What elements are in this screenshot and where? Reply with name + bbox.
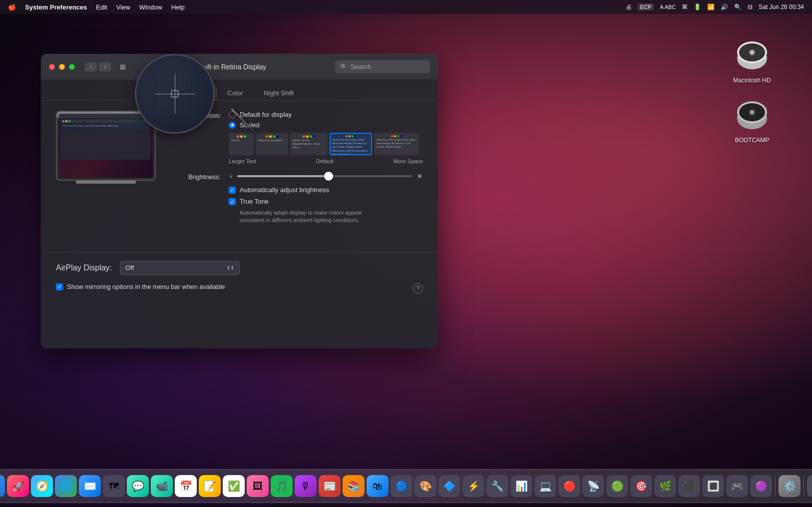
back-button[interactable]: ‹ — [85, 62, 97, 71]
help-button[interactable]: ? — [413, 283, 423, 293]
res-text-2: Here's to troublem — [258, 139, 286, 142]
res-thumb-larger[interactable]: Here's — [229, 133, 254, 155]
menubar-left: 🍎 System Preferences Edit View Window He… — [8, 3, 185, 11]
dock-item-15[interactable]: ⬛ — [678, 475, 700, 497]
dock-divider — [775, 476, 776, 496]
dock-item-messages[interactable]: 💬 — [127, 475, 149, 497]
dock-item-18[interactable]: 🟣 — [750, 475, 772, 497]
dock-item-11[interactable]: 📡 — [582, 475, 604, 497]
resolution-scaled-option[interactable]: Scaled — [229, 121, 423, 129]
tab-night-shift[interactable]: Night Shift — [253, 86, 304, 100]
brightness-slider-container: ☀ ☀ — [229, 172, 423, 180]
search-icon[interactable]: 🔍 — [734, 3, 742, 10]
dock-item-6[interactable]: ⚡ — [462, 475, 484, 497]
dock-item-10[interactable]: 🔴 — [558, 475, 580, 497]
dock-item-13[interactable]: 🎯 — [630, 475, 652, 497]
app-name[interactable]: System Preferences — [25, 3, 87, 11]
airplay-dropdown[interactable]: Off ⬆⬇ — [120, 261, 240, 275]
search-bar[interactable]: 🔍 Search — [335, 60, 430, 73]
res-thumb-2[interactable]: Here's to troublem — [256, 133, 288, 155]
minimize-button[interactable] — [59, 64, 65, 70]
dock-item-3[interactable]: 🔵 — [391, 475, 412, 497]
dock-item-reminders[interactable]: ✅ — [223, 475, 245, 497]
dock-item-music[interactable]: 🎵 — [271, 475, 293, 497]
dock-item-notes[interactable]: 📝 — [199, 475, 221, 497]
dock-item-books[interactable]: 📚 — [343, 475, 365, 497]
dock-item-maps[interactable]: 🗺 — [103, 475, 125, 497]
dock-item-17[interactable]: 🎮 — [726, 475, 748, 497]
dot2-2 — [269, 135, 272, 138]
dock-item-calendar[interactable]: 📅 — [175, 475, 197, 497]
macbook-foot — [76, 181, 136, 184]
dock-item-9[interactable]: 💻 — [534, 475, 556, 497]
dot-green-1 — [244, 135, 246, 138]
search-bar-placeholder: Search — [351, 63, 371, 70]
dock-item-finder[interactable]: 🔵 — [0, 475, 5, 497]
res-thumb-3[interactable]: Here's to the troublemakers, ones who... — [290, 133, 328, 155]
resolution-thumbnails: Here's He — [229, 133, 423, 155]
menu-help[interactable]: Help — [171, 3, 185, 11]
desktop-icon-bootcamp[interactable]: BOOTCAMP — [732, 95, 772, 144]
dock-item-launchpad[interactable]: 🚀 — [7, 475, 29, 497]
dock-item-12[interactable]: 🟢 — [606, 475, 628, 497]
res-thumb-more-space[interactable]: Here's to the crazy ones who see things … — [374, 133, 419, 155]
label-larger-text: Larger Text — [229, 158, 256, 164]
dot3-3 — [310, 135, 312, 138]
res-dots-3 — [303, 135, 316, 138]
res-thumb-default[interactable]: Here's to the crazy ones who see things … — [330, 133, 372, 155]
dot4-4 — [355, 135, 357, 137]
mirroring-row: ✓ Show mirroring options in the menu bar… — [41, 283, 438, 302]
brightness-slider-thumb[interactable] — [324, 172, 333, 181]
menu-window[interactable]: Window — [139, 3, 162, 11]
dot3-2 — [273, 135, 275, 138]
menu-view[interactable]: View — [116, 3, 130, 11]
dock-item-trash[interactable]: 🗑 — [807, 475, 812, 497]
macintosh-hd-label: Macintosh HD — [733, 77, 771, 84]
tab-color[interactable]: Color — [217, 86, 253, 100]
dock-item-14[interactable]: 🌿 — [654, 475, 676, 497]
true-tone-checkbox[interactable]: ✓ — [229, 198, 236, 205]
macbook-desktop-mini: Here's to the crazy ones who see things … — [59, 120, 153, 178]
brightness-slider-track[interactable] — [237, 175, 412, 177]
apple-menu[interactable]: 🍎 — [8, 3, 16, 11]
grid-view-button[interactable]: ⊞ — [117, 62, 129, 71]
true-tone-row: ✓ True Tone — [229, 198, 423, 205]
tab-display[interactable]: Display — [175, 86, 217, 100]
mirroring-label: Show mirroring options in the menu bar w… — [67, 283, 225, 290]
resolution-default-option[interactable]: Default for display — [229, 111, 423, 118]
menu-edit[interactable]: Edit — [96, 3, 107, 11]
dock-item-chrome[interactable]: 🌐 — [55, 475, 77, 497]
res-dots-2 — [266, 135, 279, 138]
desktop-icon-macintosh-hd[interactable]: Macintosh HD — [732, 35, 772, 84]
resolution-scaled-radio[interactable] — [229, 122, 236, 129]
dock-item-mail[interactable]: ✉️ — [79, 475, 101, 497]
airplay-section: AirPlay Display: Off ⬆⬇ — [41, 253, 438, 283]
dock-item-podcasts[interactable]: 🎙 — [295, 475, 317, 497]
dock-item-4[interactable]: 🎨 — [414, 475, 436, 497]
resolution-default-label: Default for display — [240, 111, 292, 118]
dock-item-5[interactable]: 🔷 — [438, 475, 460, 497]
dock-item-16[interactable]: 🔳 — [702, 475, 724, 497]
res-dots-5 — [391, 135, 402, 137]
dock-item-photos[interactable]: 🖼 — [247, 475, 269, 497]
dot-yellow-1 — [240, 135, 243, 138]
macbook-menubar-mini — [59, 114, 153, 118]
dock-item-safari[interactable]: 🧭 — [31, 475, 53, 497]
dock-item-8[interactable]: 📊 — [510, 475, 532, 497]
maximize-button[interactable] — [69, 64, 75, 70]
forward-button[interactable]: › — [99, 62, 111, 71]
dot4-3 — [313, 135, 316, 138]
true-tone-description: Automatically adapt display to make colo… — [240, 209, 380, 225]
dock-item-news[interactable]: 📰 — [319, 475, 341, 497]
dock-item-appstore[interactable]: 🛍 — [367, 475, 389, 497]
dock-item-7[interactable]: 🔧 — [486, 475, 508, 497]
mirroring-checkbox[interactable]: ✓ — [56, 283, 63, 290]
resolution-default-radio[interactable] — [229, 111, 236, 118]
dock-item-facetime[interactable]: 📹 — [151, 475, 173, 497]
notification-center-icon[interactable]: ⊟ — [748, 3, 753, 10]
close-button[interactable] — [49, 64, 55, 70]
macintosh-hd-icon — [732, 35, 772, 75]
dock-item-sysprefs[interactable]: ⚙️ — [779, 475, 801, 497]
window-content: Display Color Night Shift — [41, 80, 438, 348]
auto-brightness-checkbox[interactable]: ✓ — [229, 187, 236, 194]
